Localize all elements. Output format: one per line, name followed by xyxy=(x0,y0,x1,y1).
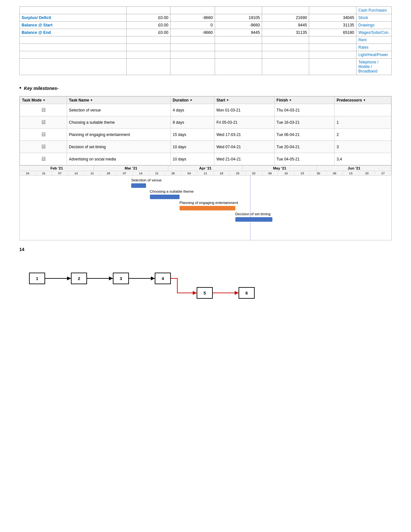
gantt-row: 🖥 Decision of set timing 10 days Wed 07-… xyxy=(20,141,391,153)
col-duration[interactable]: Duration ▼ xyxy=(171,97,214,104)
finish-cell: Tue 20-04-21 xyxy=(274,141,334,153)
timeline-day: 30 xyxy=(310,171,327,175)
gantt-row: 🖥 Advertising on social media 10 days We… xyxy=(20,153,391,165)
task-name-cell: Planning of engaging entertainment xyxy=(67,129,171,141)
gantt-bar xyxy=(235,217,272,222)
start-cell: Wed 07-04-21 xyxy=(214,141,274,153)
timeline-day: 27 xyxy=(375,171,391,175)
start-cell: Fri 05-03-21 xyxy=(214,116,274,129)
timeline-day: 11 xyxy=(197,171,213,175)
pred-cell: 3,4 xyxy=(335,153,391,165)
top-financial-table: Cash Purchases Surplus/ Deficit £0.00 -9… xyxy=(19,6,392,75)
gantt-row: 🖥 Choosing a suitable theme 8 days Fri 0… xyxy=(20,116,391,129)
pred-cell: 2 xyxy=(335,129,391,141)
task-mode-icon: 🖥 xyxy=(20,129,67,141)
timeline-day: 24 xyxy=(20,171,36,175)
gantt-table-container: Task Mode ▼ Task Name ▼ Duration ▼ xyxy=(19,96,392,166)
timeline-day: 14 xyxy=(133,171,149,175)
duration-cell: 8 days xyxy=(171,116,214,129)
finish-cell: Tue 16-03-21 xyxy=(274,116,334,129)
timeline-day: 21 xyxy=(149,171,165,175)
gantt-table: Task Mode ▼ Task Name ▼ Duration ▼ xyxy=(20,96,391,165)
timeline-month: May '21 xyxy=(243,166,317,171)
sort-arrow-taskmode: ▼ xyxy=(43,99,45,102)
finish-cell: Tue 04-05-21 xyxy=(274,153,334,165)
timeline-day: 18 xyxy=(214,171,230,175)
timeline-day: 09 xyxy=(262,171,278,175)
timeline-month: Mar '21 xyxy=(94,166,169,171)
pred-cell: 1 xyxy=(335,116,391,129)
top-table-row-header: Cash Purchases xyxy=(20,7,392,14)
timeline-day: 20 xyxy=(359,171,375,175)
sort-arrow-pred: ▼ xyxy=(363,99,366,102)
task-mode-icon: 🖥 xyxy=(20,104,67,116)
workflow-node: 6 xyxy=(239,287,255,299)
timeline-day: 28 xyxy=(101,171,117,175)
pred-cell: 3 xyxy=(335,141,391,153)
col-task-mode[interactable]: Task Mode ▼ xyxy=(20,97,67,104)
workflow-node: 2 xyxy=(71,273,87,284)
gantt-header-row: Task Mode ▼ Task Name ▼ Duration ▼ xyxy=(20,97,391,104)
milestones-bullet: • Key milestones- xyxy=(19,85,392,92)
gantt-bar xyxy=(131,183,146,188)
workflow-node: 4 xyxy=(155,273,171,284)
gantt-chart-area: Feb '21Mar '21Apr '21May '21Jun '21 2431… xyxy=(19,166,392,240)
col-start[interactable]: Start ▼ xyxy=(214,97,274,104)
top-table-row: Rates xyxy=(20,44,392,51)
gantt-row: 🖥 Planning of engaging entertainment 15 … xyxy=(20,129,391,141)
milestones-title: Key milestones- xyxy=(24,86,58,91)
workflow-diagram: 123456 xyxy=(19,256,392,302)
timeline-day: 02 xyxy=(246,171,262,175)
chart-bar-label: Decision of set timing xyxy=(235,212,270,216)
timeline-month: Apr '21 xyxy=(168,166,243,171)
top-table-row: Light/Heat/Power xyxy=(20,51,392,59)
sort-arrow-finish: ▼ xyxy=(289,99,292,102)
timeline-month: Feb '21 xyxy=(20,166,94,171)
col-predecessors[interactable]: Predecessors ▼ xyxy=(335,97,391,104)
timeline-day: 04 xyxy=(181,171,197,175)
timeline-day: 16 xyxy=(278,171,294,175)
finish-cell: Thu 04-03-21 xyxy=(274,104,334,116)
bullet-icon: • xyxy=(19,85,21,92)
gantt-row: 🖥 Selection of venue 4 days Mon 01-03-21… xyxy=(20,104,391,116)
workflow-node: 1 xyxy=(29,273,45,284)
timeline-day: 13 xyxy=(343,171,359,175)
task-name-cell: Advertising on social media xyxy=(67,153,171,165)
start-cell: Wed 21-04-21 xyxy=(214,153,274,165)
top-table-row: Balance @ End £0.00 -9660 9445 31135 651… xyxy=(20,29,392,36)
start-cell: Mon 01-03-21 xyxy=(214,104,274,116)
timeline-day: 31 xyxy=(36,171,52,175)
col-finish[interactable]: Finish ▼ xyxy=(274,97,334,104)
vertical-dotted-line xyxy=(250,176,250,240)
task-mode-icon: 🖥 xyxy=(20,116,67,129)
top-table-row: Balance @ Start £0.00 0 -9660 9445 31135… xyxy=(20,22,392,29)
task-name-cell: Selection of venue xyxy=(67,104,171,116)
chart-bar-label: Choosing a suitable theme xyxy=(150,189,194,193)
timeline-months: Feb '21Mar '21Apr '21May '21Jun '21 xyxy=(20,166,391,171)
task-mode-icon: 🖥 xyxy=(20,141,67,153)
sort-arrow-duration: ▼ xyxy=(190,99,192,102)
task-name-cell: Decision of set timing xyxy=(67,141,171,153)
duration-cell: 10 days xyxy=(171,153,214,165)
duration-cell: 10 days xyxy=(171,141,214,153)
timeline-day: 14 xyxy=(68,171,84,175)
timeline-day: 06 xyxy=(327,171,343,175)
timeline-day: 28 xyxy=(165,171,181,175)
task-name-cell: Choosing a suitable theme xyxy=(67,116,171,129)
timeline-day: 21 xyxy=(84,171,101,175)
finish-cell: Tue 06-04-21 xyxy=(274,129,334,141)
page-number: 14 xyxy=(19,247,392,252)
timeline-day: 25 xyxy=(230,171,246,175)
col-task-name[interactable]: Task Name ▼ xyxy=(67,97,171,104)
start-cell: Wed 17-03-21 xyxy=(214,129,274,141)
gantt-bar xyxy=(180,206,235,210)
task-mode-icon: 🖥 xyxy=(20,153,67,165)
pred-cell xyxy=(335,104,391,116)
chart-bar-label: Planning of engaging entertainment xyxy=(180,201,238,205)
sort-arrow-taskname: ▼ xyxy=(90,99,93,102)
top-table-row: Telephone / Mobile / Broadband xyxy=(20,59,392,75)
duration-cell: 4 days xyxy=(171,104,214,116)
timeline-month: Jun '21 xyxy=(317,166,391,171)
gantt-chart-canvas: Selection of venueChoosing a suitable th… xyxy=(20,176,391,240)
workflow-node: 3 xyxy=(113,273,129,284)
